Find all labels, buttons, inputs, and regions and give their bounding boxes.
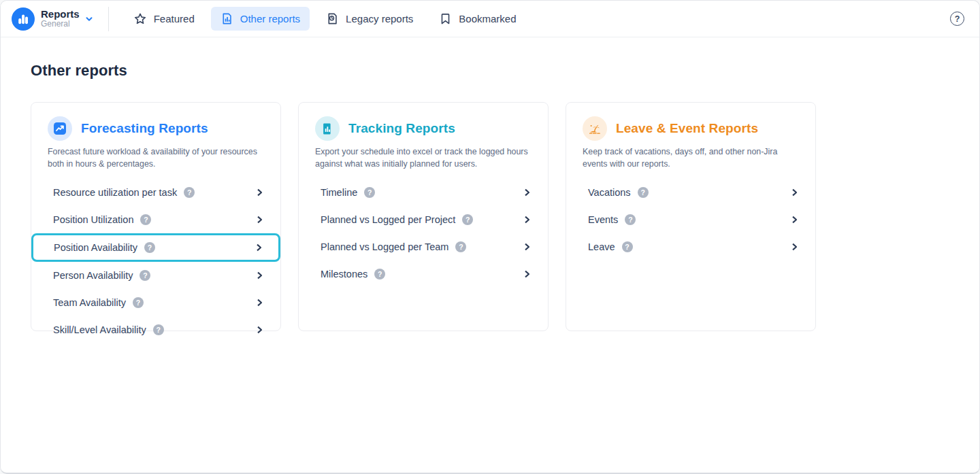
report-item-label: Milestones [321, 269, 368, 280]
report-item-timeline[interactable]: Timeline ? [299, 179, 548, 206]
reports-menu-dropdown[interactable]: Reports General [12, 7, 93, 31]
report-item-vacations[interactable]: Vacations ? [566, 179, 815, 206]
card-header: Forecasting Reports [31, 116, 280, 141]
help-icon[interactable]: ? [133, 297, 144, 308]
main-content: Other reports Forecasting Reports Foreca… [1, 37, 979, 331]
report-item-label: Planned vs Logged per Team [321, 241, 448, 252]
report-item-planned-vs-logged-per-team[interactable]: Planned vs Logged per Team ? [299, 233, 548, 260]
tab-label: Featured [154, 13, 195, 24]
help-icon[interactable]: ? [625, 214, 636, 225]
app-title: Reports [41, 9, 80, 20]
report-item-label: Skill/Level Availability [53, 324, 146, 335]
help-icon[interactable]: ? [374, 269, 385, 280]
chevron-right-icon [522, 242, 532, 252]
chevron-right-icon [522, 269, 532, 279]
chevron-right-icon [255, 325, 264, 335]
report-item-label: Position Utilization [53, 214, 133, 225]
help-icon[interactable]: ? [140, 214, 151, 225]
chevron-right-icon [522, 188, 532, 197]
reports-logo-icon [12, 7, 35, 31]
tab-featured[interactable]: Featured [124, 7, 204, 31]
card-description: Keep track of vacations, days off, and o… [583, 146, 799, 171]
page-title: Other reports [31, 62, 949, 80]
report-item-position-availability[interactable]: Position Availability ? [31, 233, 280, 262]
trend-up-icon [48, 116, 72, 141]
help-icon[interactable]: ? [364, 187, 375, 198]
card-header: Tracking Reports [299, 116, 548, 141]
star-icon [133, 12, 147, 26]
tab-label: Other reports [240, 13, 300, 24]
chevron-right-icon [254, 243, 263, 252]
report-list: Vacations ? Events ? Leave ? [566, 179, 815, 260]
report-item-label: Timeline [321, 187, 357, 198]
report-item-skill-level-availability[interactable]: Skill/Level Availability ? [31, 316, 280, 343]
report-item-label: Position Availability [54, 242, 137, 253]
app-window: Reports General Featured [0, 0, 980, 474]
report-item-resource-utilization-per-task[interactable]: Resource utilization per task ? [31, 179, 280, 206]
question-mark-icon: ? [955, 14, 960, 24]
help-icon[interactable]: ? [462, 214, 473, 225]
card-description: Forecast future workload & availability … [48, 146, 264, 171]
card-tracking-reports: Tracking Reports Export your schedule in… [298, 102, 549, 331]
app-subtitle: General [41, 20, 80, 29]
tab-bookmarked[interactable]: Bookmarked [429, 7, 525, 31]
chevron-right-icon [255, 271, 264, 280]
chevron-right-icon [789, 215, 799, 224]
chevron-right-icon [255, 215, 264, 224]
help-icon[interactable]: ? [455, 241, 466, 252]
tab-other-reports[interactable]: Other reports [211, 7, 310, 31]
brand-text: Reports General [41, 9, 80, 28]
report-item-position-utilization[interactable]: Position Utilization ? [31, 206, 280, 233]
help-button[interactable]: ? [950, 12, 964, 26]
help-icon[interactable]: ? [144, 242, 155, 253]
tab-label: Legacy reports [346, 13, 413, 24]
help-icon[interactable]: ? [622, 241, 633, 252]
tab-legacy-reports[interactable]: Legacy reports [316, 7, 423, 31]
report-tabs: Featured Other reports [124, 7, 526, 31]
help-icon[interactable]: ? [140, 270, 150, 281]
card-header: Leave & Event Reports [566, 116, 815, 141]
document-chart-icon [220, 12, 233, 25]
report-item-label: Leave [588, 241, 615, 252]
report-item-planned-vs-logged-per-project[interactable]: Planned vs Logged per Project ? [299, 206, 548, 233]
palm-island-icon [583, 116, 607, 141]
report-list: Resource utilization per task ? Position… [31, 179, 280, 343]
report-item-milestones[interactable]: Milestones ? [299, 260, 548, 288]
report-item-label: Planned vs Logged per Project [321, 214, 455, 225]
help-icon[interactable]: ? [153, 324, 164, 335]
chevron-right-icon [789, 188, 799, 197]
report-item-label: Person Availability [53, 270, 133, 281]
chevron-right-icon [255, 188, 264, 197]
report-item-label: Vacations [588, 187, 631, 198]
bookmark-icon [439, 12, 452, 25]
top-navigation: Reports General Featured [1, 1, 979, 37]
card-title: Forecasting Reports [81, 121, 208, 136]
document-clock-icon [326, 12, 339, 25]
tab-label: Bookmarked [459, 13, 516, 24]
document-chart-icon [315, 116, 340, 141]
report-item-label: Team Availability [53, 297, 126, 308]
report-item-events[interactable]: Events ? [566, 206, 815, 233]
card-forecasting-reports: Forecasting Reports Forecast future work… [31, 102, 281, 331]
chevron-right-icon [255, 298, 264, 307]
chevron-right-icon [789, 242, 799, 252]
report-item-label: Events [588, 214, 618, 225]
card-description: Export your schedule into excel or track… [315, 146, 532, 171]
report-item-label: Resource utilization per task [53, 187, 177, 198]
report-list: Timeline ? Planned vs Logged per Project… [299, 179, 548, 288]
card-title: Tracking Reports [348, 121, 455, 136]
chevron-down-icon [85, 15, 93, 23]
card-title: Leave & Event Reports [616, 121, 758, 136]
report-item-leave[interactable]: Leave ? [566, 233, 815, 260]
header-divider [108, 7, 109, 31]
help-icon[interactable]: ? [184, 187, 195, 198]
report-item-team-availability[interactable]: Team Availability ? [31, 289, 280, 316]
report-item-person-availability[interactable]: Person Availability ? [31, 262, 280, 289]
card-leave-event-reports: Leave & Event Reports Keep track of vaca… [566, 102, 816, 331]
report-category-cards: Forecasting Reports Forecast future work… [31, 102, 949, 331]
chevron-right-icon [522, 215, 532, 224]
help-icon[interactable]: ? [638, 187, 649, 198]
